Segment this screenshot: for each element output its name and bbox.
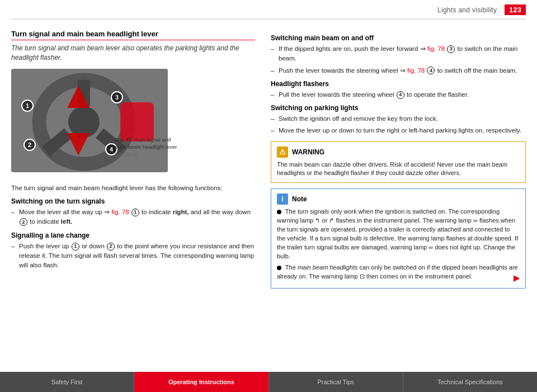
warning-header: ⚠ WARNING — [277, 147, 520, 158]
fig-ref-3: fig. 78 — [407, 67, 425, 74]
note-bullet-2: The main beam headlights can only be swi… — [277, 263, 520, 281]
figure-container: 1 2 3 4 Fig. 78 Turn signal and main bea… — [11, 69, 179, 178]
bullet-dot-1 — [277, 210, 281, 214]
bullet-dot-2 — [277, 266, 281, 270]
fig-ref-1: fig. 78 — [111, 209, 129, 215]
footer-label-safety: Safety First — [51, 379, 83, 385]
bullet-flasher: Pull the lever towards the steering whee… — [271, 90, 526, 100]
footer-technical-specs[interactable]: Technical Specifications — [403, 372, 537, 392]
bullet-main-beam-2: Push the lever towards the steering whee… — [271, 66, 526, 75]
continue-arrow: ▶ — [514, 272, 520, 284]
circle-ref-1: 1 — [131, 209, 139, 216]
svg-point-2 — [68, 106, 100, 138]
chapter-title: Lights and visibility — [437, 6, 497, 14]
note-header: i Note — [277, 193, 520, 205]
note-box: i Note The turn signals only work when t… — [271, 188, 526, 289]
circle-ref-2: 2 — [20, 218, 27, 226]
left-column: Turn signal and main beam headlight leve… — [11, 30, 268, 361]
figure-caption: Fig. 78 Turn signal and main beam headli… — [115, 136, 179, 159]
warning-icon: ⚠ — [277, 147, 288, 158]
footer-label-operating: Operating Instructions — [168, 379, 234, 385]
footer-safety-first[interactable]: Safety First — [0, 372, 134, 392]
warning-box: ⚠ WARNING The main beam can dazzle other… — [271, 141, 526, 183]
section-subtitle: The turn signal and main beam lever also… — [11, 44, 255, 63]
footer-practical-tips[interactable]: Practical Tips — [269, 372, 403, 392]
footer-label-practical: Practical Tips — [317, 379, 354, 385]
body-text: The turn signal and main beam headlight … — [11, 183, 255, 193]
subsection-title-1: Switching on the turn signals — [11, 197, 255, 205]
section-title: Turn signal and main beam headlight leve… — [11, 30, 255, 40]
subsection-main-beam: Switching main beam on and off — [271, 34, 526, 42]
footer-label-technical: Technical Specifications — [437, 379, 503, 385]
footer-operating-instructions[interactable]: Operating Instructions — [134, 372, 268, 392]
fig-ref-2: fig. 78 — [427, 45, 445, 52]
warning-text: The main beam can dazzle other drivers. … — [277, 160, 520, 178]
bullet-parking-2: Move the lever up or down to turn the ri… — [271, 126, 526, 135]
bullet-main-beam-1: If the dipped lights are on, push the le… — [271, 44, 526, 64]
note-icon: i — [277, 193, 288, 205]
right-column: Switching main beam on and off If the di… — [268, 30, 526, 361]
warning-title: WARNING — [292, 148, 324, 156]
bullet-parking-1: Switch the ignition off and remove the k… — [271, 114, 526, 124]
subsection-parking-lights: Switching on parking lights — [271, 104, 526, 112]
subsection-headlight-flashers: Headlight flashers — [271, 80, 526, 88]
image-code: B5P-0576 — [115, 152, 179, 159]
note-bullet-1: The turn signals only work when the igni… — [277, 207, 520, 261]
fig-label: Fig. 78 — [115, 136, 131, 143]
page-header: Lights and visibility 123 — [11, 0, 526, 20]
page-number: 123 — [505, 4, 526, 15]
main-content: Turn signal and main beam headlight leve… — [0, 20, 537, 361]
circle-ref-3: 1 — [72, 243, 79, 251]
circle-1: 1 — [21, 100, 34, 112]
note-title: Note — [292, 195, 307, 203]
circle-ref-4: 2 — [107, 243, 115, 251]
bullet-turn-signals: Move the lever all the way up ⇒ fig. 78 … — [11, 207, 255, 227]
circle-ref-6: 4 — [427, 67, 435, 74]
circle-ref-7: 4 — [397, 91, 404, 99]
subsection-title-2: Signalling a lane change — [11, 232, 255, 239]
turn-signals-italic: turn signals — [298, 208, 329, 215]
circle-2: 2 — [23, 139, 36, 151]
circle-3: 3 — [111, 91, 123, 103]
bullet-lane-change: Push the lever up 1 or down 2 to the poi… — [11, 242, 255, 271]
footer: Safety First Operating Instructions Prac… — [0, 372, 537, 392]
main-beam-italic: main beam headlights — [298, 264, 358, 271]
circle-ref-5: 3 — [447, 45, 455, 53]
